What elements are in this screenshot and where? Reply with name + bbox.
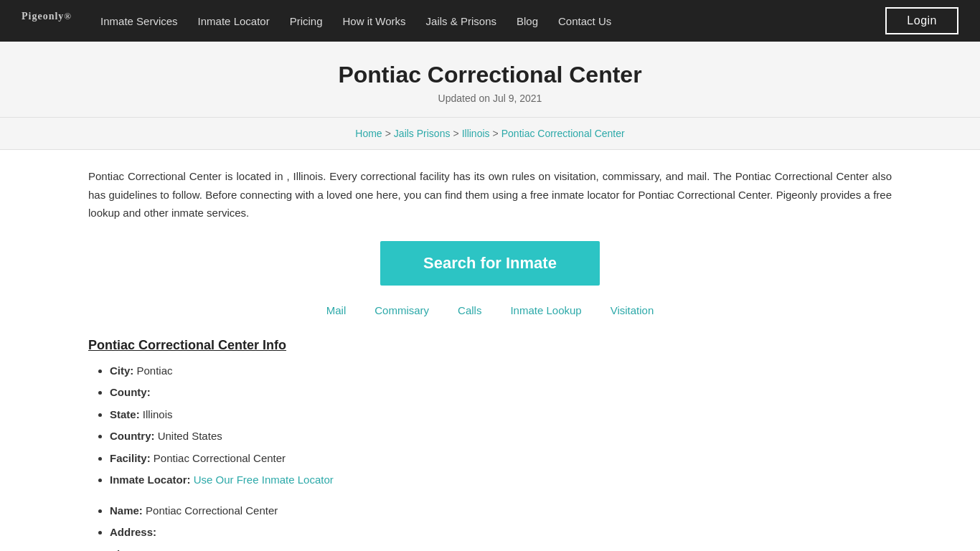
county-label: County: [110,386,151,398]
info-list-2: Name: Pontiac Correctional Center Addres… [88,503,892,552]
description-text: Pontiac Correctional Center is located i… [88,167,892,222]
country-value: United States [158,430,222,442]
nav-blog[interactable]: Blog [517,15,538,27]
phone-label: Phone: [110,548,146,552]
list-item: Facility: Pontiac Correctional Center [110,451,892,467]
tab-inmate-lookup[interactable]: Inmate Lookup [510,304,581,316]
facility-value: Pontiac Correctional Center [154,452,286,464]
facility-label: Facility: [110,452,151,464]
site-logo[interactable]: Pigeonly® [22,10,72,32]
country-label: Country: [110,430,155,442]
name-value: Pontiac Correctional Center [146,504,278,517]
list-item: Phone: [110,547,892,552]
nav-pricing[interactable]: Pricing [290,15,323,27]
breadcrumb-sep3: > [493,128,499,139]
breadcrumb: Home > Jails Prisons > Illinois > Pontia… [0,118,980,150]
nav-inmate-services[interactable]: Inmate Services [100,15,178,27]
nav-how-it-works[interactable]: How it Works [343,15,406,27]
tab-calls[interactable]: Calls [458,304,481,316]
list-item: Name: Pontiac Correctional Center [110,503,892,519]
navbar: Pigeonly® Inmate Services Inmate Locator… [0,0,980,42]
nav-links: Inmate Services Inmate Locator Pricing H… [100,15,885,27]
breadcrumb-sep2: > [453,128,458,139]
tab-mail[interactable]: Mail [326,304,347,316]
tab-commisary[interactable]: Commisary [374,304,429,316]
breadcrumb-current: Pontiac Correctional Center [501,128,625,139]
tabs-bar: Mail Commisary Calls Inmate Lookup Visit… [88,304,892,316]
info-section: Pontiac Correctional Center Info City: P… [88,338,892,552]
page-title: Pontiac Correctional Center [14,62,966,88]
list-item: Address: [110,524,892,541]
main-content: Pontiac Correctional Center is located i… [74,150,906,551]
logo-text: Pigeonly [22,11,64,22]
breadcrumb-jails[interactable]: Jails Prisons [394,128,451,139]
list-item: State: Illinois [110,407,892,423]
tab-visitation[interactable]: Visitation [611,304,654,316]
login-button[interactable]: Login [885,7,958,34]
search-for-inmate-button[interactable]: Search for Inmate [380,241,600,286]
breadcrumb-sep1: > [385,128,391,139]
nav-jails-prisons[interactable]: Jails & Prisons [426,15,496,27]
breadcrumb-state[interactable]: Illinois [462,128,490,139]
list-item: Country: United States [110,428,892,445]
inmate-locator-link[interactable]: Use Our Free Inmate Locator [194,474,334,486]
search-button-wrap: Search for Inmate [88,241,892,286]
nav-inmate-locator[interactable]: Inmate Locator [198,15,270,27]
logo-sup: ® [64,11,72,22]
list-item: Inmate Locator: Use Our Free Inmate Loca… [110,472,892,489]
page-header: Pontiac Correctional Center Updated on J… [0,42,980,118]
city-value: Pontiac [137,364,173,377]
state-label: State: [110,408,140,420]
list-item: City: Pontiac [110,363,892,380]
breadcrumb-home[interactable]: Home [355,128,382,139]
updated-date: Updated on Jul 9, 2021 [14,93,966,104]
name-label: Name: [110,504,143,517]
inmate-locator-label: Inmate Locator: [110,474,191,486]
info-list: City: Pontiac County: State: Illinois Co… [88,363,892,489]
nav-contact-us[interactable]: Contact Us [558,15,611,27]
state-value: Illinois [143,408,173,420]
list-item: County: [110,385,892,401]
address-label: Address: [110,526,156,538]
info-section-title: Pontiac Correctional Center Info [88,338,892,353]
city-label: City: [110,364,133,377]
